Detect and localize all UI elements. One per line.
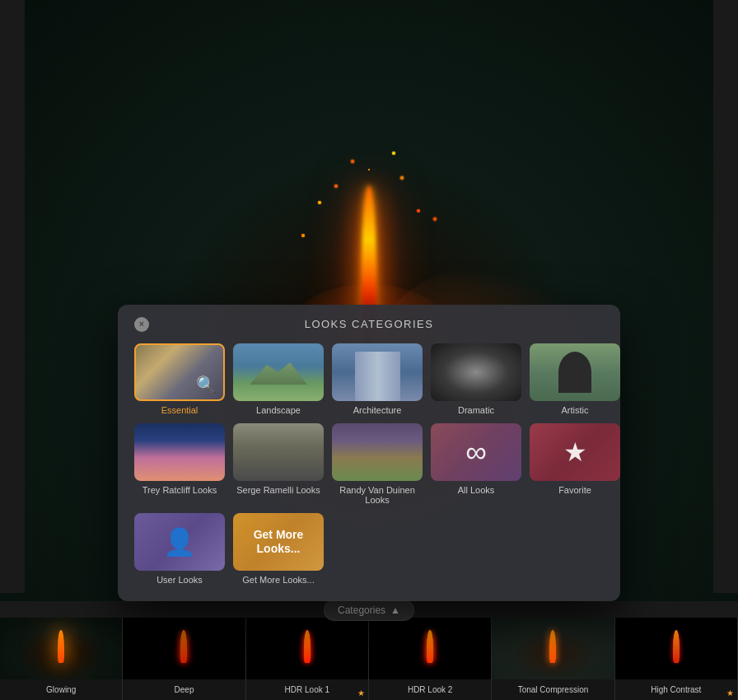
modal-header: × LOOKS CATEGORIES bbox=[134, 318, 604, 330]
film-thumb-highcontrast bbox=[615, 618, 737, 679]
category-thumb-dramatic bbox=[431, 343, 521, 401]
category-architecture[interactable]: Architecture bbox=[332, 343, 423, 415]
film-thumb-deep bbox=[123, 618, 245, 679]
film-item-tonal[interactable]: Tonal Compression bbox=[492, 618, 614, 700]
empty-space bbox=[332, 513, 604, 585]
category-all[interactable]: ∞ All Looks bbox=[431, 423, 521, 505]
infinity-icon: ∞ bbox=[465, 435, 487, 469]
category-trey[interactable]: Trey Ratcliff Looks bbox=[134, 423, 225, 505]
film-label-hdr1: HDR Look 1 bbox=[246, 679, 368, 700]
left-panel bbox=[0, 0, 25, 593]
film-label-hdr2: HDR Look 2 bbox=[369, 679, 491, 700]
categories-button-label: Categories bbox=[338, 604, 385, 616]
film-item-deep[interactable]: Deep bbox=[123, 618, 245, 700]
category-essential[interactable]: Essential bbox=[134, 343, 225, 415]
categories-bar: Categories ▲ bbox=[0, 600, 738, 621]
category-landscape[interactable]: Landscape bbox=[233, 343, 324, 415]
category-thumb-essential bbox=[134, 343, 225, 401]
film-label-tonal: Tonal Compression bbox=[492, 679, 614, 700]
category-label-user: User Looks bbox=[156, 575, 203, 585]
film-thumb-hdr2 bbox=[369, 618, 491, 679]
category-label-trey: Trey Ratcliff Looks bbox=[142, 485, 217, 495]
modal-title: LOOKS CATEGORIES bbox=[305, 318, 434, 330]
category-thumb-randy bbox=[332, 423, 423, 481]
category-label-randy: Randy Van Duinen Looks bbox=[332, 485, 423, 505]
category-label-artistic: Artistic bbox=[562, 405, 589, 415]
film-label-glowing: Glowing bbox=[0, 679, 122, 700]
category-thumb-landscape bbox=[233, 343, 324, 401]
get-more-text: Get More Looks... bbox=[254, 528, 304, 556]
looks-categories-modal: × LOOKS CATEGORIES Essential Landscape A… bbox=[118, 305, 620, 601]
category-label-serge: Serge Ramelli Looks bbox=[236, 485, 320, 495]
category-thumb-all: ∞ bbox=[431, 423, 521, 481]
categories-grid-row1: Essential Landscape Architecture Dramati… bbox=[134, 343, 604, 415]
category-dramatic[interactable]: Dramatic bbox=[431, 343, 521, 415]
categories-grid-row3: 👤 User Looks Get More Looks... Get More … bbox=[134, 513, 604, 585]
category-thumb-getmore: Get More Looks... bbox=[233, 513, 324, 571]
category-thumb-serge bbox=[233, 423, 324, 481]
category-thumb-artistic bbox=[530, 343, 620, 401]
volcano-mini-glowing bbox=[0, 618, 122, 679]
volcano-mini-highcontrast bbox=[615, 618, 737, 679]
category-randy[interactable]: Randy Van Duinen Looks bbox=[332, 423, 423, 505]
categories-toggle-button[interactable]: Categories ▲ bbox=[324, 600, 414, 621]
film-star-hdr1: ★ bbox=[357, 688, 365, 698]
category-label-essential: Essential bbox=[161, 405, 199, 415]
category-serge[interactable]: Serge Ramelli Looks bbox=[233, 423, 324, 505]
category-favorite[interactable]: ★ Favorite bbox=[530, 423, 620, 505]
categories-arrow-icon: ▲ bbox=[390, 604, 400, 616]
volcano-mini-tonal bbox=[492, 618, 614, 679]
film-item-hdr2[interactable]: HDR Look 2 bbox=[369, 618, 492, 700]
volcano-mini-deep bbox=[123, 618, 245, 679]
film-label-deep: Deep bbox=[123, 679, 245, 700]
category-label-landscape: Landscape bbox=[256, 405, 301, 415]
film-item-highcontrast[interactable]: High Contrast ★ bbox=[615, 618, 738, 700]
category-artistic[interactable]: Artistic bbox=[530, 343, 620, 415]
star-icon: ★ bbox=[563, 436, 587, 468]
volcano-mini-hdr1 bbox=[246, 618, 368, 679]
close-button[interactable]: × bbox=[134, 317, 149, 332]
film-thumb-hdr1 bbox=[246, 618, 368, 679]
volcano-mini-hdr2 bbox=[369, 618, 491, 679]
user-icon: 👤 bbox=[163, 526, 196, 558]
film-label-highcontrast: High Contrast bbox=[615, 679, 737, 700]
category-label-favorite: Favorite bbox=[558, 485, 591, 495]
film-star-highcontrast: ★ bbox=[726, 688, 734, 698]
category-getmore[interactable]: Get More Looks... Get More Looks... bbox=[233, 513, 324, 585]
category-thumb-user: 👤 bbox=[134, 513, 225, 571]
categories-grid-row2: Trey Ratcliff Looks Serge Ramelli Looks … bbox=[134, 423, 604, 505]
category-thumb-trey bbox=[134, 423, 225, 481]
category-label-getmore: Get More Looks... bbox=[242, 575, 314, 585]
right-panel bbox=[713, 0, 738, 593]
film-item-glowing[interactable]: Glowing bbox=[0, 618, 123, 700]
category-label-architecture: Architecture bbox=[353, 405, 402, 415]
category-label-dramatic: Dramatic bbox=[458, 405, 494, 415]
film-item-hdr1[interactable]: HDR Look 1 ★ bbox=[246, 618, 369, 700]
film-thumb-glowing bbox=[0, 618, 122, 679]
category-user[interactable]: 👤 User Looks bbox=[134, 513, 225, 585]
category-thumb-architecture bbox=[332, 343, 423, 401]
category-thumb-favorite: ★ bbox=[530, 423, 620, 481]
filmstrip: Glowing Deep HDR Look 1 ★ HDR Look 2 Ton… bbox=[0, 618, 738, 700]
category-label-all: All Looks bbox=[458, 485, 495, 495]
film-thumb-tonal bbox=[492, 618, 614, 679]
